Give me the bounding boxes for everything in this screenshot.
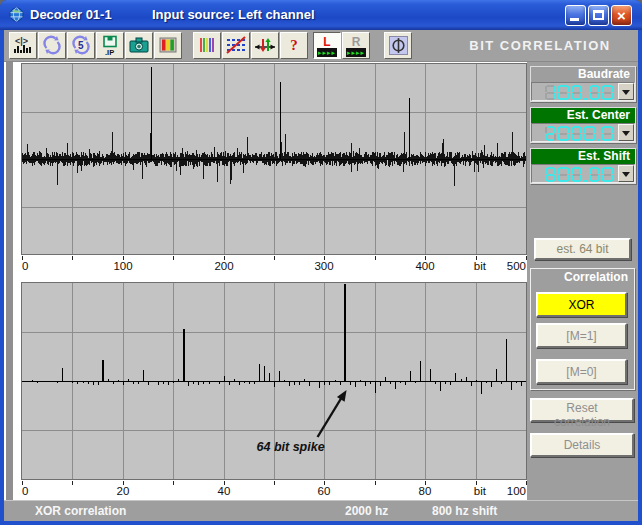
axis-adjust-icon	[254, 35, 276, 59]
minimize-button[interactable]	[565, 5, 586, 26]
color-bars-button[interactable]	[154, 32, 182, 59]
svg-text:.IP: .IP	[105, 48, 114, 56]
axis-tick-label: 80	[419, 485, 432, 497]
est-center-lcd-value	[532, 125, 617, 145]
panel-caption: BIT CORRELATION	[446, 38, 634, 53]
client-area: 0100200300400500bit 64 bit spike 0204060…	[4, 62, 638, 500]
axis-tick	[375, 256, 376, 260]
left-channel-icon: L▸▸▸▸	[317, 35, 337, 57]
spectrum-analyzer-button[interactable]: <|>	[9, 32, 37, 59]
sidebar: Baudrate Est. Center Est. Shift	[527, 62, 638, 500]
xor-button[interactable]: XOR	[536, 292, 627, 317]
est-shift-dropdown-button[interactable]	[618, 165, 634, 182]
baudrate-lcd-value	[532, 84, 617, 104]
save-ip-button[interactable]: .IP	[96, 32, 124, 59]
snapshot-camera-icon	[128, 35, 150, 59]
xor-correlation-chart: 64 bit spike	[21, 282, 527, 480]
axis-tick	[72, 256, 73, 260]
power-icon	[389, 35, 408, 58]
refresh-5-icon: 5	[71, 35, 91, 59]
left-gutter	[6, 62, 13, 500]
baudrate-dropdown-button[interactable]	[618, 83, 634, 100]
axis-tick	[173, 481, 174, 485]
est-center-label: Est. Center	[531, 108, 635, 123]
spectral-lines-button[interactable]	[193, 32, 221, 59]
right-channel-button[interactable]: R▸▸▸▸	[342, 32, 370, 59]
color-bars-icon	[158, 35, 178, 59]
minimize-icon	[570, 18, 579, 21]
close-icon: ×	[612, 6, 631, 25]
axis-tick-label: 60	[318, 485, 331, 497]
grid-off-icon	[225, 35, 247, 59]
app-window: Decoder 01-1 Input source: Left channel …	[0, 0, 642, 525]
axis-tick-label: 400	[415, 260, 434, 272]
svg-text:5: 5	[78, 40, 84, 51]
status-center-freq-label: 2000 hz	[345, 504, 388, 518]
save-ip-icon: .IP	[100, 35, 120, 60]
maximize-button[interactable]	[588, 5, 609, 26]
axis-tick	[274, 256, 275, 260]
baudrate-label: Baudrate	[531, 67, 635, 82]
bit-correlation-chart	[21, 63, 527, 255]
help-button[interactable]: ?	[280, 32, 308, 59]
axis-tick-label: 0	[22, 260, 28, 272]
left-channel-button[interactable]: L▸▸▸▸	[313, 32, 341, 59]
refresh-icon	[42, 35, 62, 59]
axis-adjust-button[interactable]	[251, 32, 279, 59]
axis-tick	[274, 481, 275, 485]
axis-unit-label: bit	[474, 260, 486, 272]
correlation-group-title: Correlation	[531, 269, 634, 286]
reset-correlation-button[interactable]: Reset correlation	[530, 398, 634, 422]
axis-tick-label: 100	[113, 260, 132, 272]
lower-x-axis: 020406080100bit	[22, 481, 526, 500]
power-button[interactable]	[384, 32, 412, 59]
m-equals-0-button[interactable]: [M=0]	[536, 359, 627, 384]
est-center-panel: Est. Center	[530, 107, 636, 143]
axis-tick-label: 20	[117, 485, 130, 497]
axis-tick-label: 300	[314, 260, 333, 272]
status-mode-label: XOR correlation	[35, 504, 126, 518]
est-shift-lcd-value	[532, 166, 617, 186]
toolbar: <|>5.IP?L▸▸▸▸R▸▸▸▸ BIT CORRELATION	[4, 30, 638, 62]
spectrum-analyzer-icon: <|>	[12, 35, 34, 60]
est-shift-label: Est. Shift	[531, 149, 635, 164]
axis-tick	[72, 481, 73, 485]
axis-tick-label: 0	[22, 485, 28, 497]
app-globe-icon	[9, 7, 24, 22]
refresh-button[interactable]	[38, 32, 66, 59]
spike-annotation-label: 64 bit spike	[257, 440, 325, 454]
m-equals-1-button[interactable]: [M=1]	[536, 323, 627, 348]
svg-text:<|>: <|>	[15, 36, 28, 46]
input-source-label: Input source: Left channel	[152, 7, 315, 22]
axis-tick-label: 100	[507, 485, 526, 497]
maximize-icon	[593, 10, 604, 20]
chevron-down-icon	[622, 131, 630, 136]
titlebar[interactable]: Decoder 01-1 Input source: Left channel …	[0, 0, 642, 30]
toolbar-button-strip: <|>5.IP?L▸▸▸▸R▸▸▸▸	[8, 32, 412, 59]
chevron-down-icon	[622, 172, 630, 177]
status-shift-label: 800 hz shift	[432, 504, 497, 518]
close-button[interactable]: ×	[611, 5, 632, 26]
axis-unit-label: bit	[474, 485, 486, 497]
axis-tick-label: 200	[214, 260, 233, 272]
upper-chart-canvas	[22, 64, 526, 254]
axis-tick-label: 500	[507, 260, 526, 272]
est-shift-panel: Est. Shift	[530, 148, 636, 184]
chevron-down-icon	[622, 90, 630, 95]
est-64-bit-button[interactable]: est. 64 bit	[534, 238, 631, 260]
snapshot-camera-button[interactable]	[125, 32, 153, 59]
window-title: Decoder 01-1	[30, 7, 112, 22]
refresh-5-button[interactable]: 5	[67, 32, 95, 59]
est-center-dropdown-button[interactable]	[618, 124, 634, 141]
details-button[interactable]: Details	[530, 433, 634, 457]
axis-tick-label: 40	[218, 485, 231, 497]
statusbar: XOR correlation 2000 hz 800 hz shift	[4, 500, 638, 521]
grid-off-button[interactable]	[222, 32, 250, 59]
axis-tick	[375, 481, 376, 485]
lower-chart-canvas: 64 bit spike	[22, 283, 526, 479]
upper-x-axis: 0100200300400500bit	[22, 256, 526, 275]
baudrate-panel: Baudrate	[530, 66, 636, 102]
right-channel-icon: R▸▸▸▸	[346, 35, 366, 57]
axis-tick	[173, 256, 174, 260]
correlation-group: Correlation XOR [M=1] [M=0]	[530, 268, 635, 390]
